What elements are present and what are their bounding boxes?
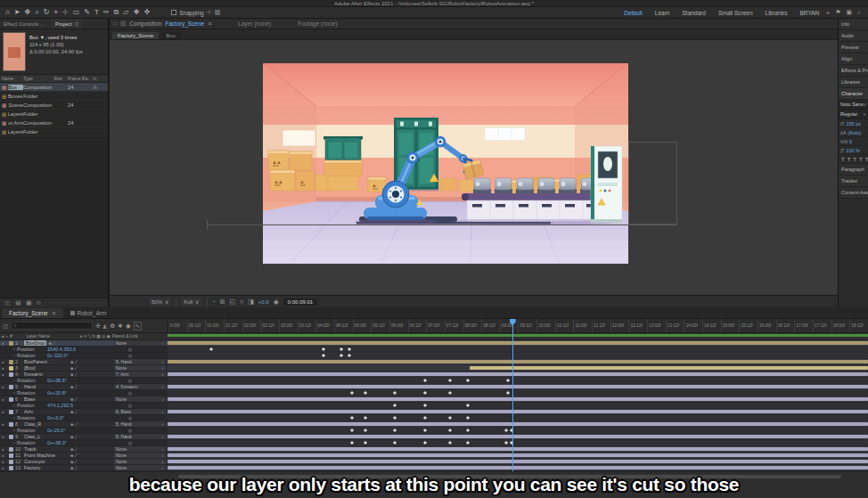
project-item[interactable]: ▤BoxesFolder [0,92,108,101]
layer-switches[interactable]: ◆ ╱ [70,385,94,389]
keyframe[interactable] [466,404,470,407]
stopwatch-icon[interactable]: ◔ [12,428,15,433]
stopwatch-icon[interactable]: ◔ [12,353,15,358]
timeline-property-row[interactable]: ◔Position474.1,292.5◎ [0,403,868,409]
label-color-chip[interactable] [9,453,13,458]
color-depth-button[interactable]: ◫ [4,299,10,306]
keyframe[interactable] [322,347,325,351]
camera-tool-icon[interactable]: ⌖ [53,8,58,17]
clone-stamp-tool-icon[interactable]: ⧉ [114,8,119,17]
row-track[interactable] [168,359,868,365]
parent-dropdown[interactable]: 4. Forearm∨ [114,384,166,389]
brush-tool-icon[interactable]: ✑ [103,8,110,17]
puppet-pin-tool-icon[interactable]: ✜ [144,8,151,17]
visibility-icon[interactable]: ● [2,453,7,458]
add-workspace-icon[interactable]: ▣ [846,9,852,16]
pickwhip-icon[interactable]: ◎ [128,428,132,433]
keyframe[interactable] [466,441,470,445]
timeline-property-row[interactable]: ◔Rotation0x-320.0°◎ [0,353,868,359]
row-track[interactable] [168,440,868,446]
visibility-icon[interactable]: ● [2,422,7,427]
keyframe[interactable] [448,379,452,382]
parent-dropdown[interactable]: None∨ [114,396,166,402]
timeline-layer-row[interactable]: ●12Conveyor◆ ╱None∨ [0,459,868,465]
visibility-icon[interactable]: ● [2,397,7,402]
keyframe[interactable] [393,429,397,432]
workspace-bryan[interactable]: BRYAN [799,10,819,16]
panel-menu-icon[interactable]: ≡ [208,20,211,27]
keyframe[interactable] [350,391,354,395]
property-value[interactable]: 0x+20.8° [47,390,97,396]
layer-duration-bar[interactable] [168,460,868,463]
timeline-property-row[interactable]: ◔Position1540.4,353.6◎ [0,347,868,353]
project-item[interactable]: ▦Factory_SceneComposition24 [0,101,108,110]
stopwatch-icon[interactable]: ◔ [12,403,15,408]
row-track[interactable] [168,459,868,465]
pickwhip-icon[interactable]: ◎ [128,347,132,352]
label-color-chip[interactable] [9,360,13,364]
parent-dropdown[interactable]: None∨ [114,340,166,346]
row-track[interactable] [168,347,868,353]
label-color-chip[interactable] [9,422,13,427]
roto-brush-tool-icon[interactable]: ❖ [133,8,139,17]
column-header-size[interactable]: Size [53,76,68,81]
panel-align[interactable]: Align [839,53,868,65]
keyframe[interactable] [340,347,343,351]
rectangle-tool-icon[interactable]: ▭ [73,8,80,17]
column-header-type[interactable]: Type [23,76,53,81]
panel-paragraph[interactable]: Paragraph [839,164,868,176]
visibility-icon[interactable]: ● [2,447,7,452]
label-color-chip[interactable] [9,385,13,389]
keyframe[interactable] [423,391,427,395]
keyframe[interactable] [209,347,213,351]
layer-switches[interactable]: ◆ ╱ [70,397,94,402]
row-track[interactable] [168,403,868,409]
timeline-property-row[interactable]: ◔Rotation0x+38.6°◎ [0,378,868,384]
parent-dropdown[interactable]: None∨ [114,453,166,458]
viewer-canvas[interactable] [110,40,838,295]
safe-zones-icon[interactable]: ⊞ [220,298,225,306]
vertical-scale-control[interactable]: |T100 % [839,146,868,155]
panel-preview[interactable]: Preview [839,42,868,53]
keyframe[interactable] [348,347,351,351]
selection-tool-icon[interactable]: ➤ [14,8,20,17]
region-of-interest-icon[interactable]: ⌗ [240,298,243,306]
property-value[interactable]: 0x+38.0° [47,440,97,445]
property-value[interactable]: 0x-320.0° [47,353,97,358]
layer-duration-bar[interactable] [168,410,868,413]
layer-switches[interactable]: ◆ ╱ [70,360,94,364]
workspace-small-screen[interactable]: Small Screen [718,10,753,16]
label-color-chip[interactable] [9,460,13,464]
viewer-timecode[interactable]: 0:00:09:01 [283,298,317,306]
label-color-chip[interactable] [9,372,13,377]
layer-duration-bar[interactable] [168,422,868,426]
stopwatch-icon[interactable]: ◔ [12,390,15,396]
keyframe[interactable] [448,441,452,445]
timeline-layer-row[interactable]: ●10Track◆ ╱None∨ [0,446,868,453]
stopwatch-icon[interactable]: ◔ [12,347,15,352]
keyframe[interactable] [393,416,397,420]
workspace-libraries[interactable]: Libraries [766,10,788,16]
keyframe[interactable] [393,404,397,407]
shy-icon[interactable]: ✿ [111,322,115,330]
project-item[interactable]: ▤RobotArm LayersFolder [0,127,108,136]
timeline-layer-row[interactable]: ●6Base◆ ╱None∨ [0,396,868,403]
row-track[interactable] [168,378,868,384]
layer-duration-bar[interactable] [168,341,868,345]
keyframe[interactable] [423,441,427,445]
label-color-chip[interactable] [9,397,13,402]
layer-duration-bar[interactable] [168,397,868,401]
panel-libraries[interactable]: Libraries [839,77,868,88]
mask-visibility-icon[interactable]: ◱ [230,298,236,306]
property-value[interactable]: 0x+38.6° [47,378,97,383]
timeline-tab-robot-arm[interactable]: Robot_Arm [63,308,114,318]
timeline-layer-row[interactable]: ●5Hand◆ ╱4. Forearm∨ [0,384,868,390]
keyframe[interactable] [350,429,354,432]
row-track[interactable] [168,384,868,390]
layer-switches[interactable]: ◆ ╱ [70,435,94,439]
trash-icon[interactable]: ⍉ [37,299,40,306]
panel-character[interactable]: Character [839,88,868,100]
project-item[interactable]: ▦Robot ArmComposition24 [0,118,108,127]
parent-dropdown[interactable]: 5. Hand∨ [114,359,166,364]
pickwhip-icon[interactable]: ◎ [128,403,132,408]
